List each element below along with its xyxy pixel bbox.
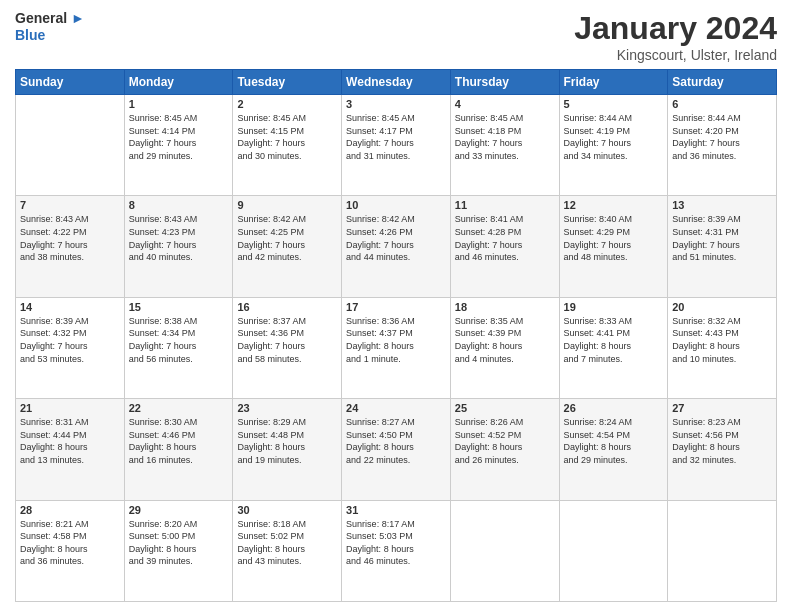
calendar-cell-1-0: 7Sunrise: 8:43 AM Sunset: 4:22 PM Daylig… <box>16 196 125 297</box>
day-info-4-0: Sunrise: 8:21 AM Sunset: 4:58 PM Dayligh… <box>20 518 120 568</box>
day-number-3-5: 26 <box>564 402 664 414</box>
calendar-cell-1-6: 13Sunrise: 8:39 AM Sunset: 4:31 PM Dayli… <box>668 196 777 297</box>
day-number-3-6: 27 <box>672 402 772 414</box>
day-number-0-5: 5 <box>564 98 664 110</box>
calendar-cell-3-3: 24Sunrise: 8:27 AM Sunset: 4:50 PM Dayli… <box>342 399 451 500</box>
day-number-1-3: 10 <box>346 199 446 211</box>
day-number-4-1: 29 <box>129 504 229 516</box>
day-info-3-4: Sunrise: 8:26 AM Sunset: 4:52 PM Dayligh… <box>455 416 555 466</box>
day-number-2-6: 20 <box>672 301 772 313</box>
day-info-0-6: Sunrise: 8:44 AM Sunset: 4:20 PM Dayligh… <box>672 112 772 162</box>
title-month: January 2024 <box>574 10 777 47</box>
calendar-cell-4-2: 30Sunrise: 8:18 AM Sunset: 5:02 PM Dayli… <box>233 500 342 601</box>
calendar-cell-4-3: 31Sunrise: 8:17 AM Sunset: 5:03 PM Dayli… <box>342 500 451 601</box>
day-info-0-3: Sunrise: 8:45 AM Sunset: 4:17 PM Dayligh… <box>346 112 446 162</box>
calendar-cell-3-4: 25Sunrise: 8:26 AM Sunset: 4:52 PM Dayli… <box>450 399 559 500</box>
day-info-3-3: Sunrise: 8:27 AM Sunset: 4:50 PM Dayligh… <box>346 416 446 466</box>
header-tuesday: Tuesday <box>233 70 342 95</box>
day-info-1-0: Sunrise: 8:43 AM Sunset: 4:22 PM Dayligh… <box>20 213 120 263</box>
calendar-cell-3-6: 27Sunrise: 8:23 AM Sunset: 4:56 PM Dayli… <box>668 399 777 500</box>
title-location: Kingscourt, Ulster, Ireland <box>574 47 777 63</box>
day-number-1-2: 9 <box>237 199 337 211</box>
day-info-0-1: Sunrise: 8:45 AM Sunset: 4:14 PM Dayligh… <box>129 112 229 162</box>
day-number-2-1: 15 <box>129 301 229 313</box>
day-info-2-0: Sunrise: 8:39 AM Sunset: 4:32 PM Dayligh… <box>20 315 120 365</box>
day-number-2-0: 14 <box>20 301 120 313</box>
day-number-2-2: 16 <box>237 301 337 313</box>
day-number-3-2: 23 <box>237 402 337 414</box>
calendar-cell-4-4 <box>450 500 559 601</box>
day-info-2-2: Sunrise: 8:37 AM Sunset: 4:36 PM Dayligh… <box>237 315 337 365</box>
day-number-3-1: 22 <box>129 402 229 414</box>
day-info-3-2: Sunrise: 8:29 AM Sunset: 4:48 PM Dayligh… <box>237 416 337 466</box>
day-number-0-3: 3 <box>346 98 446 110</box>
calendar-cell-4-5 <box>559 500 668 601</box>
calendar-cell-0-4: 4Sunrise: 8:45 AM Sunset: 4:18 PM Daylig… <box>450 95 559 196</box>
calendar-cell-2-0: 14Sunrise: 8:39 AM Sunset: 4:32 PM Dayli… <box>16 297 125 398</box>
calendar-cell-0-3: 3Sunrise: 8:45 AM Sunset: 4:17 PM Daylig… <box>342 95 451 196</box>
day-number-1-4: 11 <box>455 199 555 211</box>
day-number-1-6: 13 <box>672 199 772 211</box>
day-info-1-5: Sunrise: 8:40 AM Sunset: 4:29 PM Dayligh… <box>564 213 664 263</box>
logo: General ► Blue <box>15 10 85 44</box>
header-sunday: Sunday <box>16 70 125 95</box>
week-row-4: 28Sunrise: 8:21 AM Sunset: 4:58 PM Dayli… <box>16 500 777 601</box>
day-info-1-4: Sunrise: 8:41 AM Sunset: 4:28 PM Dayligh… <box>455 213 555 263</box>
day-number-4-0: 28 <box>20 504 120 516</box>
day-info-1-3: Sunrise: 8:42 AM Sunset: 4:26 PM Dayligh… <box>346 213 446 263</box>
calendar-cell-3-1: 22Sunrise: 8:30 AM Sunset: 4:46 PM Dayli… <box>124 399 233 500</box>
calendar-cell-3-0: 21Sunrise: 8:31 AM Sunset: 4:44 PM Dayli… <box>16 399 125 500</box>
week-row-1: 7Sunrise: 8:43 AM Sunset: 4:22 PM Daylig… <box>16 196 777 297</box>
calendar-cell-0-6: 6Sunrise: 8:44 AM Sunset: 4:20 PM Daylig… <box>668 95 777 196</box>
calendar-cell-3-5: 26Sunrise: 8:24 AM Sunset: 4:54 PM Dayli… <box>559 399 668 500</box>
calendar: Sunday Monday Tuesday Wednesday Thursday… <box>15 69 777 602</box>
day-info-3-1: Sunrise: 8:30 AM Sunset: 4:46 PM Dayligh… <box>129 416 229 466</box>
day-info-0-2: Sunrise: 8:45 AM Sunset: 4:15 PM Dayligh… <box>237 112 337 162</box>
day-info-1-1: Sunrise: 8:43 AM Sunset: 4:23 PM Dayligh… <box>129 213 229 263</box>
day-number-0-1: 1 <box>129 98 229 110</box>
day-info-1-2: Sunrise: 8:42 AM Sunset: 4:25 PM Dayligh… <box>237 213 337 263</box>
day-info-2-6: Sunrise: 8:32 AM Sunset: 4:43 PM Dayligh… <box>672 315 772 365</box>
day-info-0-5: Sunrise: 8:44 AM Sunset: 4:19 PM Dayligh… <box>564 112 664 162</box>
day-number-4-3: 31 <box>346 504 446 516</box>
day-number-1-0: 7 <box>20 199 120 211</box>
calendar-cell-1-5: 12Sunrise: 8:40 AM Sunset: 4:29 PM Dayli… <box>559 196 668 297</box>
calendar-cell-0-2: 2Sunrise: 8:45 AM Sunset: 4:15 PM Daylig… <box>233 95 342 196</box>
day-info-2-1: Sunrise: 8:38 AM Sunset: 4:34 PM Dayligh… <box>129 315 229 365</box>
calendar-cell-2-6: 20Sunrise: 8:32 AM Sunset: 4:43 PM Dayli… <box>668 297 777 398</box>
header-saturday: Saturday <box>668 70 777 95</box>
calendar-cell-2-5: 19Sunrise: 8:33 AM Sunset: 4:41 PM Dayli… <box>559 297 668 398</box>
calendar-cell-2-2: 16Sunrise: 8:37 AM Sunset: 4:36 PM Dayli… <box>233 297 342 398</box>
day-number-3-0: 21 <box>20 402 120 414</box>
calendar-cell-0-0 <box>16 95 125 196</box>
day-info-2-4: Sunrise: 8:35 AM Sunset: 4:39 PM Dayligh… <box>455 315 555 365</box>
calendar-header-row: Sunday Monday Tuesday Wednesday Thursday… <box>16 70 777 95</box>
week-row-3: 21Sunrise: 8:31 AM Sunset: 4:44 PM Dayli… <box>16 399 777 500</box>
day-info-4-3: Sunrise: 8:17 AM Sunset: 5:03 PM Dayligh… <box>346 518 446 568</box>
day-info-1-6: Sunrise: 8:39 AM Sunset: 4:31 PM Dayligh… <box>672 213 772 263</box>
calendar-cell-4-6 <box>668 500 777 601</box>
day-info-2-3: Sunrise: 8:36 AM Sunset: 4:37 PM Dayligh… <box>346 315 446 365</box>
day-number-4-2: 30 <box>237 504 337 516</box>
calendar-cell-0-5: 5Sunrise: 8:44 AM Sunset: 4:19 PM Daylig… <box>559 95 668 196</box>
day-info-4-1: Sunrise: 8:20 AM Sunset: 5:00 PM Dayligh… <box>129 518 229 568</box>
day-info-4-2: Sunrise: 8:18 AM Sunset: 5:02 PM Dayligh… <box>237 518 337 568</box>
calendar-cell-1-3: 10Sunrise: 8:42 AM Sunset: 4:26 PM Dayli… <box>342 196 451 297</box>
day-number-2-4: 18 <box>455 301 555 313</box>
header-wednesday: Wednesday <box>342 70 451 95</box>
day-number-0-2: 2 <box>237 98 337 110</box>
day-number-0-6: 6 <box>672 98 772 110</box>
day-number-0-4: 4 <box>455 98 555 110</box>
day-info-3-6: Sunrise: 8:23 AM Sunset: 4:56 PM Dayligh… <box>672 416 772 466</box>
calendar-cell-4-1: 29Sunrise: 8:20 AM Sunset: 5:00 PM Dayli… <box>124 500 233 601</box>
day-number-3-4: 25 <box>455 402 555 414</box>
calendar-cell-3-2: 23Sunrise: 8:29 AM Sunset: 4:48 PM Dayli… <box>233 399 342 500</box>
calendar-cell-1-4: 11Sunrise: 8:41 AM Sunset: 4:28 PM Dayli… <box>450 196 559 297</box>
header-monday: Monday <box>124 70 233 95</box>
header-friday: Friday <box>559 70 668 95</box>
week-row-2: 14Sunrise: 8:39 AM Sunset: 4:32 PM Dayli… <box>16 297 777 398</box>
day-info-0-4: Sunrise: 8:45 AM Sunset: 4:18 PM Dayligh… <box>455 112 555 162</box>
day-number-2-5: 19 <box>564 301 664 313</box>
day-number-2-3: 17 <box>346 301 446 313</box>
day-info-3-5: Sunrise: 8:24 AM Sunset: 4:54 PM Dayligh… <box>564 416 664 466</box>
